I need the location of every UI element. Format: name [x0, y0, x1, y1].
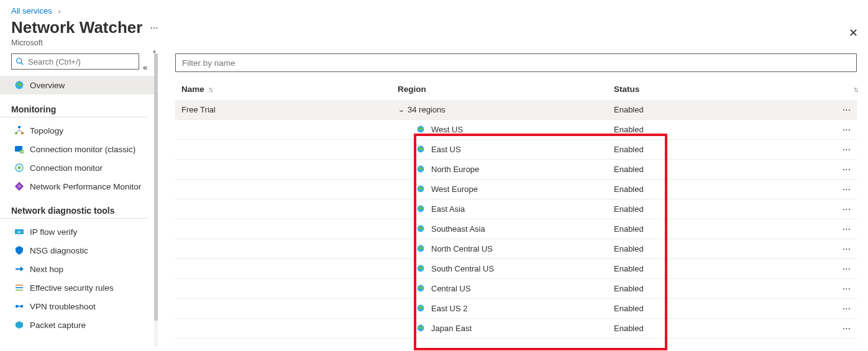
svg-rect-33 — [420, 185, 421, 186]
svg-line-1 — [21, 63, 24, 65]
svg-rect-45 — [420, 304, 421, 305]
svg-rect-37 — [420, 225, 421, 226]
sidebar-item-connection-monitor-classic[interactable]: Connection monitor (classic) — [0, 140, 154, 158]
sort-icon[interactable]: ↑↓ — [208, 85, 212, 94]
sidebar-item-label: Effective security rules — [30, 283, 114, 293]
row-actions-button[interactable]: ··· — [826, 204, 851, 215]
group-region-summary: 34 regions — [408, 105, 445, 114]
search-icon — [16, 57, 24, 66]
svg-line-9 — [19, 130, 22, 132]
table-row[interactable]: East US 2Enabled··· — [175, 299, 857, 319]
globe-icon — [416, 224, 426, 234]
nexthop-icon — [14, 263, 25, 275]
row-actions-button[interactable]: ··· — [826, 263, 851, 275]
table-row[interactable]: West EuropeEnabled··· — [175, 180, 857, 199]
svg-rect-41 — [420, 265, 421, 265]
sidebar-item-label: Overview — [30, 81, 65, 90]
row-actions-button[interactable]: ··· — [826, 144, 851, 155]
row-actions-button[interactable]: ··· — [826, 283, 851, 294]
svg-rect-5 — [15, 132, 17, 134]
globe-icon — [416, 145, 426, 155]
table-row[interactable]: Southeast AsiaEnabled··· — [175, 219, 857, 239]
globe-icon — [416, 324, 426, 334]
svg-point-0 — [17, 58, 22, 63]
table-row[interactable]: North Central USEnabled··· — [175, 239, 857, 259]
sort-icon[interactable]: ↑↓ — [853, 85, 857, 94]
npm-icon — [14, 181, 25, 192]
breadcrumb-all-services[interactable]: All services — [11, 6, 52, 16]
search-input[interactable] — [27, 57, 135, 67]
sidebar-item-label: IP flow verify — [30, 227, 77, 237]
sidebar-item-label: NSG diagnostic — [30, 246, 88, 255]
table-row[interactable]: East AsiaEnabled··· — [175, 199, 857, 219]
sidebar: « Overview Monitoring Topology Connect — [0, 53, 154, 347]
row-actions-button[interactable]: ··· — [826, 184, 851, 195]
row-actions-button[interactable]: ··· — [826, 104, 851, 116]
row-region: Southeast Asia — [431, 224, 485, 234]
close-button[interactable]: ✕ — [849, 26, 858, 40]
row-actions-button[interactable]: ··· — [826, 164, 851, 175]
header-name[interactable]: Name — [181, 84, 204, 94]
table-row[interactable]: Japan EastEnabled··· — [175, 319, 857, 339]
filter-input-container[interactable] — [175, 53, 857, 72]
sidebar-scrollbar[interactable]: ▴ — [154, 53, 158, 347]
table-row[interactable]: Central USEnabled··· — [175, 279, 857, 299]
title-more-button[interactable]: ··· — [150, 22, 158, 34]
sidebar-item-connection-monitor[interactable]: Connection monitor — [0, 158, 154, 177]
search-input-container[interactable] — [11, 53, 139, 70]
svg-line-8 — [16, 130, 19, 132]
row-region: North Central US — [431, 244, 493, 253]
row-status: Enabled — [614, 185, 826, 194]
collapse-sidebar-button[interactable]: « — [143, 63, 147, 72]
breadcrumb: All services › — [0, 0, 868, 18]
sidebar-item-packet-capture[interactable]: Packet capture — [0, 316, 154, 334]
row-actions-button[interactable]: ··· — [826, 124, 851, 135]
filter-input[interactable] — [176, 54, 856, 71]
sidebar-item-label: VPN troubleshoot — [30, 302, 96, 311]
sidebar-item-effective-security-rules[interactable]: Effective security rules — [0, 278, 154, 297]
row-status: Enabled — [614, 145, 826, 154]
sidebar-item-overview[interactable]: Overview — [0, 76, 154, 94]
group-name: Free Trial — [181, 105, 398, 114]
svg-rect-27 — [420, 125, 421, 126]
row-status: Enabled — [614, 204, 826, 214]
sidebar-item-label: Network Performance Monitor — [30, 182, 141, 191]
table-row[interactable]: West USEnabled··· — [175, 120, 857, 140]
header-region[interactable]: Region — [398, 84, 426, 94]
sidebar-item-vpn-troubleshoot[interactable]: VPN troubleshoot — [0, 297, 154, 316]
table-row[interactable]: East USEnabled··· — [175, 140, 857, 160]
sidebar-item-label: Packet capture — [30, 321, 86, 330]
row-actions-button[interactable]: ··· — [826, 323, 851, 334]
svg-rect-35 — [420, 205, 421, 206]
globe-icon — [416, 304, 426, 314]
table-row[interactable]: North EuropeEnabled··· — [175, 160, 857, 180]
sidebar-item-topology[interactable]: Topology — [0, 121, 154, 140]
globe-icon — [14, 80, 25, 91]
sidebar-item-label: Connection monitor — [30, 163, 103, 173]
chevron-down-icon[interactable]: ⌄ — [398, 106, 405, 113]
page-title: Network Watcher — [11, 18, 142, 37]
row-actions-button[interactable]: ··· — [826, 224, 851, 235]
svg-rect-31 — [420, 165, 421, 166]
sidebar-item-next-hop[interactable]: Next hop — [0, 260, 154, 278]
sidebar-item-network-performance-monitor[interactable]: Network Performance Monitor — [0, 177, 154, 196]
globe-icon — [416, 204, 426, 214]
row-actions-button[interactable]: ··· — [826, 303, 851, 314]
row-actions-button[interactable]: ··· — [826, 244, 851, 255]
nsg-icon — [14, 245, 25, 256]
header-status[interactable]: Status — [614, 84, 639, 94]
table-row[interactable]: South Central USEnabled··· — [175, 259, 857, 279]
topology-icon — [14, 125, 25, 136]
row-region: East Asia — [431, 204, 465, 214]
svg-rect-43 — [420, 285, 421, 285]
sidebar-item-ip-flow-verify[interactable]: IP IP flow verify — [0, 222, 154, 241]
svg-marker-25 — [16, 321, 23, 329]
row-status: Enabled — [614, 125, 826, 134]
row-region: East US 2 — [431, 304, 468, 313]
sidebar-item-nsg-diagnostic[interactable]: NSG diagnostic — [0, 241, 154, 260]
scrollbar-thumb[interactable] — [154, 53, 158, 321]
svg-rect-47 — [420, 324, 421, 325]
sidebar-item-label: Connection monitor (classic) — [30, 145, 135, 154]
table-group-row[interactable]: Free Trial ⌄ 34 regions Enabled ··· — [175, 100, 857, 120]
row-region: Central US — [431, 284, 471, 293]
